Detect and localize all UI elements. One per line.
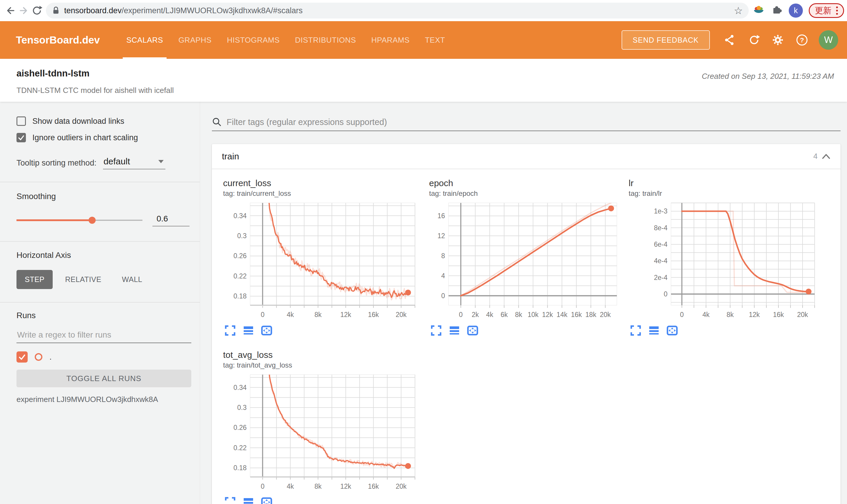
share-icon[interactable] [723, 34, 736, 46]
svg-text:0.26: 0.26 [234, 252, 247, 260]
haxis-option-wall[interactable]: WALL [114, 270, 150, 289]
tooltip-sorting-value: default [104, 157, 130, 166]
tab-distributions[interactable]: DISTRIBUTIONS [287, 21, 363, 59]
chart-plot-lr[interactable]: 04k8k12k16k20k1e-38e-46e-44e-42e-40 [627, 200, 818, 321]
svg-text:4k: 4k [486, 311, 494, 319]
fit-data-icon[interactable] [242, 324, 255, 337]
tab-histograms[interactable]: HISTOGRAMS [219, 21, 287, 59]
chart-title: lr [629, 178, 831, 188]
svg-text:12k: 12k [340, 311, 351, 319]
smoothing-slider[interactable] [16, 217, 142, 224]
fit-data-icon[interactable] [647, 324, 660, 337]
svg-text:20k: 20k [600, 311, 611, 319]
svg-text:0: 0 [261, 311, 264, 319]
svg-text:4e-4: 4e-4 [654, 257, 668, 265]
chart-plot-epoch[interactable]: 02k4k6k8k10k12k14k16k18k20k1612840 [428, 200, 620, 321]
extension-fruit-icon[interactable] [753, 4, 765, 17]
filter-tags-input[interactable] [227, 117, 841, 127]
horizontal-axis-options: STEPRELATIVEWALL [16, 270, 191, 289]
chart-plot-tot_avg_loss[interactable]: 04k8k12k16k20k0.340.30.260.220.18 [222, 372, 418, 492]
pan-zoom-icon[interactable] [666, 324, 679, 337]
chart-tag: tag: train/epoch [429, 190, 627, 198]
pan-zoom-icon[interactable] [260, 324, 273, 337]
fullscreen-icon[interactable] [224, 324, 237, 337]
chart-title: epoch [429, 178, 627, 188]
chart-title: current_loss [223, 178, 428, 188]
run-checkbox[interactable] [16, 352, 28, 363]
chart-title: tot_avg_loss [223, 350, 428, 360]
toggle-all-runs-button[interactable]: TOGGLE ALL RUNS [16, 370, 191, 387]
svg-text:2k: 2k [472, 311, 479, 319]
fullscreen-icon[interactable] [629, 324, 642, 337]
runs-filter-input[interactable] [16, 328, 191, 343]
chart-plot-current_loss[interactable]: 04k8k12k16k20k0.340.30.260.220.18 [222, 200, 418, 321]
svg-text:12k: 12k [542, 311, 553, 319]
url-bar[interactable]: tensorboard.dev/experiment/LJI9MWUORLOw3… [46, 3, 749, 19]
svg-text:8k: 8k [727, 311, 734, 319]
send-feedback-button[interactable]: SEND FEEDBACK [622, 30, 710, 50]
smoothing-value-field[interactable]: 0.6 [153, 214, 190, 227]
fullscreen-icon[interactable] [430, 324, 443, 337]
run-name: . [49, 353, 52, 362]
chart-lr: lrtag: train/lr04k8k12k16k20k1e-38e-46e-… [627, 178, 831, 337]
fit-data-icon[interactable] [448, 324, 461, 337]
settings-gear-icon[interactable] [772, 34, 784, 46]
settings-sidebar: Show data download links Ignore outliers… [0, 102, 200, 504]
bookmark-star-icon[interactable]: ☆ [734, 5, 743, 16]
smoothing-label: Smoothing [16, 192, 191, 201]
url-text: tensorboard.dev/experiment/LJI9MWUORLOw3… [64, 6, 302, 15]
experiment-id-label: experiment LJI9MWUORLOw3jkdhxwk8A [16, 395, 191, 404]
svg-text:0.22: 0.22 [234, 444, 247, 452]
haxis-option-step[interactable]: STEP [16, 270, 53, 289]
ignore-outliers-checkbox[interactable]: Ignore outliers in chart scaling [16, 133, 191, 142]
svg-text:0.18: 0.18 [234, 292, 247, 300]
extensions-puzzle-icon[interactable] [771, 4, 782, 17]
tab-hparams[interactable]: HPARAMS [364, 21, 417, 59]
scalars-main: train 4 current_losstag: train/current_l… [200, 102, 847, 504]
svg-text:12k: 12k [340, 483, 351, 490]
chevron-up-icon[interactable] [822, 153, 831, 160]
help-icon[interactable]: ? [796, 34, 808, 46]
pan-zoom-icon[interactable] [260, 496, 273, 504]
svg-text:6k: 6k [501, 311, 508, 319]
train-section-header[interactable]: train 4 [212, 144, 841, 169]
svg-text:16k: 16k [773, 311, 784, 319]
svg-text:0: 0 [664, 290, 668, 298]
tab-scalars[interactable]: SCALARS [119, 21, 171, 59]
svg-text:6e-4: 6e-4 [654, 240, 668, 248]
runs-label: Runs [16, 311, 191, 320]
svg-text:12: 12 [437, 232, 445, 240]
svg-text:16k: 16k [368, 311, 379, 319]
tab-graphs[interactable]: GRAPHS [171, 21, 219, 59]
back-icon[interactable] [4, 4, 17, 17]
svg-text:0: 0 [261, 483, 264, 490]
svg-text:4k: 4k [287, 311, 294, 319]
browser-menu-icon[interactable] [836, 6, 838, 15]
charts-grid: current_losstag: train/current_loss04k8k… [222, 178, 831, 504]
svg-text:8: 8 [441, 252, 445, 260]
haxis-option-relative[interactable]: RELATIVE [57, 270, 109, 289]
svg-text:0.3: 0.3 [237, 232, 247, 240]
refresh-icon[interactable] [747, 34, 760, 46]
show-download-links-checkbox[interactable]: Show data download links [16, 116, 191, 126]
chart-tag: tag: train/lr [629, 190, 831, 198]
tooltip-sorting-select[interactable]: default [103, 157, 166, 169]
pan-zoom-icon[interactable] [466, 324, 479, 337]
reload-icon[interactable] [30, 4, 43, 17]
tab-text[interactable]: TEXT [417, 21, 453, 59]
chart-tot_avg_loss: tot_avg_losstag: train/tot_avg_loss04k8k… [222, 350, 428, 504]
svg-text:0: 0 [459, 311, 463, 319]
browser-profile-avatar[interactable]: k [789, 3, 803, 18]
user-avatar[interactable]: W [819, 30, 838, 50]
app-logo: TensorBoard.dev [16, 34, 100, 46]
update-label: 更新 [815, 5, 831, 16]
fit-data-icon[interactable] [242, 496, 255, 504]
nav-tabs: SCALARSGRAPHSHISTOGRAMSDISTRIBUTIONSHPAR… [119, 21, 453, 59]
fullscreen-icon[interactable] [224, 496, 237, 504]
svg-text:8k: 8k [314, 311, 322, 319]
slider-knob[interactable] [89, 217, 96, 224]
browser-update-button[interactable]: 更新 [809, 3, 844, 18]
svg-text:8e-4: 8e-4 [654, 224, 668, 232]
svg-text:0.34: 0.34 [234, 384, 247, 391]
forward-icon[interactable] [17, 4, 30, 17]
